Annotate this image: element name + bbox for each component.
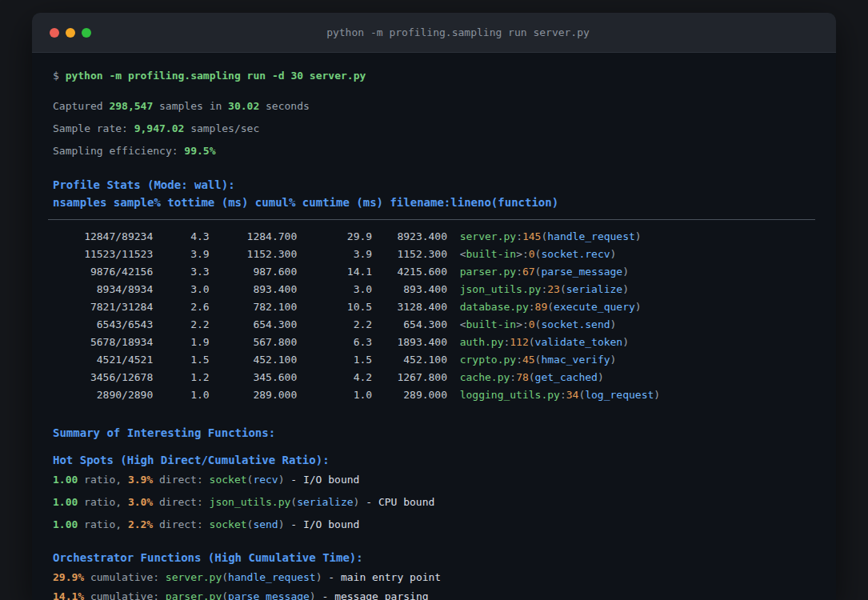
function-name: parse_message [541,266,622,278]
file-name: socket [210,474,247,486]
cumulative-pct-value: 29.9% [53,569,84,586]
function-name: send [253,518,278,530]
hot-spots-title: Hot Spots (High Direct/Cumulative Ratio)… [53,451,815,469]
tottime-value: 654.300 [210,316,298,334]
sample-rate-label: Sample rate: [53,120,128,138]
function-name: handle_request [228,571,316,583]
function-name: hmac_verify [541,354,610,366]
function-name: validate_token [535,336,623,348]
cumtime-value: 1893.400 [372,334,447,351]
cumul-pct-value: 10.5 [297,298,372,316]
function-name: socket.recv [541,248,610,260]
bound-note: - I/O bound [290,471,359,489]
function-location: json_utils.py:23(serialize) [460,281,629,298]
nsamples-value: 4521/4521 [53,351,153,369]
sample-pct-value: 4.3 [153,228,209,246]
bound-note: - I/O bound [290,516,359,534]
function-location: logging_utils.py:34(log_request) [460,386,660,404]
stats-row: 9876/421563.3987.60014.14215.600parser.p… [53,263,815,281]
function-location: crypto.py:45(hmac_verify) [460,351,617,369]
function-name: parse_message [228,590,310,600]
cumul-pct-value: 2.2 [297,316,372,334]
file-name: server.py [460,230,516,242]
file-name: built-in [466,318,517,330]
cumul-pct-value: 1.5 [297,351,372,369]
titlebar[interactable]: python -m profiling.sampling run server.… [32,13,836,53]
close-button[interactable] [50,28,59,38]
minimize-button[interactable] [66,28,75,38]
function-location: json_utils.py(serialize) [210,494,360,511]
profile-stats-title: Profile Stats (Mode: wall): [53,176,815,194]
orchestrator-note: - main entry point [328,569,441,586]
function-location: server.py(handle_request) [166,569,322,586]
captured-label: Captured [53,98,103,115]
orchestrator-title: Orchestrator Functions (High Cumulative … [53,549,815,566]
stats-row: 7821/312842.6782.10010.53128.400database… [53,298,815,316]
sample-pct-value: 2.2 [153,316,209,334]
hot-spot-line: 1.00ratio,3.9%direct:socket(recv)- I/O b… [53,471,815,489]
tottime-value: 782.100 [210,298,298,316]
captured-line: Captured 298,547 samples in 30.02 second… [53,98,815,115]
function-location: cache.py:78(get_cached) [460,369,604,386]
cumtime-value: 1152.300 [372,246,447,263]
line-number: 34 [566,389,579,401]
stats-row: 5678/189341.9567.8006.31893.400auth.py:1… [53,334,815,351]
table-divider [48,219,815,220]
maximize-button[interactable] [82,28,91,38]
efficiency-label: Sampling efficiency: [53,142,178,160]
file-name: database.py [460,301,529,313]
stats-rows: 12847/892344.31284.70029.98923.400server… [53,228,815,404]
direct-pct-value: 3.9% [128,471,153,489]
cumtime-value: 1267.800 [372,369,447,386]
stats-row: 11523/115233.91152.3003.91152.300<built-… [53,246,815,263]
sample-pct-value: 1.9 [153,334,209,351]
terminal-content[interactable]: $ python -m profiling.sampling run -d 30… [32,53,836,600]
sample-pct-value: 3.0 [153,281,209,298]
nsamples-value: 5678/18934 [53,334,153,351]
nsamples-value: 6543/6543 [53,316,153,334]
direct-pct-value: 3.0% [128,494,153,511]
sample-rate-unit: samples/sec [190,120,259,138]
summary-title: Summary of Interesting Functions: [53,424,815,442]
stats-columns-header: nsamples sample% tottime (ms) cumul% cum… [53,194,815,211]
stats-row: 2890/28901.0289.0001.0289.000logging_uti… [53,386,815,404]
tottime-value: 452.100 [210,351,298,369]
tottime-value: 345.600 [210,369,298,386]
cumul-pct-value: 14.1 [297,263,372,281]
line-number: 0 [529,318,535,330]
samples-count: 298,547 [109,98,153,115]
hot-spot-line: 1.00ratio,3.0%direct:json_utils.py(seria… [53,494,815,511]
direct-pct-value: 2.2% [128,516,153,534]
command-text: python -m profiling.sampling run -d 30 s… [66,67,366,85]
cumtime-value: 8923.400 [372,228,447,246]
nsamples-value: 11523/11523 [53,246,153,263]
tottime-value: 289.000 [210,386,298,404]
capture-duration: 30.02 [228,98,259,115]
file-name: parser.py [460,266,516,278]
function-location: database.py:89(execute_query) [460,298,642,316]
function-location: parser.py:67(parse_message) [460,263,629,281]
ratio-value: 1.00 [53,494,78,511]
cumtime-value: 654.300 [372,316,447,334]
tottime-value: 987.600 [210,263,298,281]
function-name: handle_request [547,230,635,242]
efficiency-line: Sampling efficiency: 99.5% [53,142,815,160]
cumtime-value: 452.100 [372,351,447,369]
sample-pct-value: 3.3 [153,263,209,281]
orchestrator-line: 29.9%cumulative:server.py(handle_request… [53,569,815,586]
cumul-pct-value: 1.0 [297,386,372,404]
sample-pct-value: 2.6 [153,298,209,316]
terminal-window: python -m profiling.sampling run server.… [32,13,836,600]
file-name: crypto.py [460,354,516,366]
cumul-pct-value: 6.3 [297,334,372,351]
tottime-value: 567.800 [210,334,298,351]
function-location: socket(recv) [210,471,285,489]
captured-infix: samples in [159,98,222,115]
line-number: 145 [522,230,541,242]
function-name: recv [253,474,278,486]
nsamples-value: 2890/2890 [53,386,153,404]
sample-pct-value: 1.2 [153,369,209,386]
captured-suffix: seconds [266,98,310,115]
sample-rate-line: Sample rate: 9,947.02 samples/sec [53,120,815,138]
file-name: built-in [466,248,517,260]
